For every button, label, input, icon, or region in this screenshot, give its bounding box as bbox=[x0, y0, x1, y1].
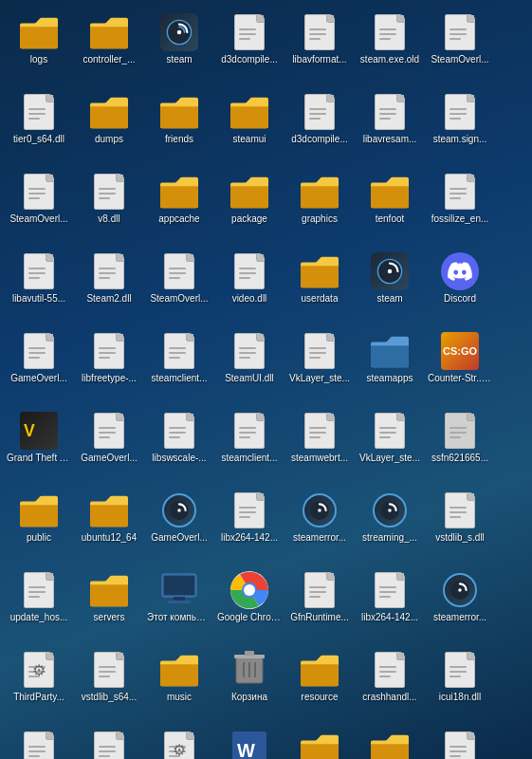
icon-vstdlib-s64[interactable]: vstdlib_s64... bbox=[75, 647, 143, 723]
icon-steamapps[interactable]: steamapps bbox=[356, 328, 424, 404]
icon-gta5[interactable]: VGrand Theft Auto V bbox=[5, 408, 73, 484]
icon-steamclient2[interactable]: steamclient... bbox=[215, 408, 284, 484]
icon-steamui[interactable]: steamui bbox=[215, 89, 284, 165]
icon-libswscale[interactable]: libswscale-... bbox=[145, 408, 213, 484]
icon-vstdlib-s[interactable]: vstdlib_s.dll bbox=[426, 488, 494, 564]
icon-fossilize-en[interactable]: fossilize_en... bbox=[426, 169, 494, 245]
icon-tier0-s64[interactable]: tier0_s64.dll bbox=[5, 89, 73, 165]
icon-trash[interactable]: Корзина bbox=[215, 647, 284, 723]
icon-d3dcompile1[interactable]: d3dcompile... bbox=[215, 9, 284, 85]
icon-steamerror2[interactable]: steamerror... bbox=[426, 567, 494, 643]
icon-steam-exe-old[interactable]: steam.exe.old bbox=[356, 9, 424, 85]
icon-icui18n[interactable]: icui18n.dll bbox=[426, 647, 494, 723]
icon-music[interactable]: music bbox=[145, 647, 213, 723]
icon-skins[interactable]: skins bbox=[356, 727, 424, 759]
icon-libavformat[interactable]: libavformat... bbox=[285, 9, 354, 85]
icon-libx264-1[interactable]: libx264-142... bbox=[215, 488, 284, 564]
svg-text:V: V bbox=[24, 421, 35, 440]
icon-dumps[interactable]: dumps bbox=[75, 89, 143, 165]
icon-label-servers: servers bbox=[94, 612, 125, 623]
icon-label-steamclient1: steamclient... bbox=[152, 373, 208, 384]
icon-openvr-epi[interactable]: openvr_epi... bbox=[5, 727, 73, 759]
icon-logs[interactable]: logs bbox=[5, 9, 73, 85]
icon-controller[interactable]: controller_... bbox=[75, 9, 143, 85]
icon-vklayer1[interactable]: VkLayer_ste... bbox=[285, 328, 354, 404]
icon-gfnruntime[interactable]: GfnRuntime... bbox=[285, 567, 354, 643]
icon-label-libavformat: libavformat... bbox=[292, 54, 346, 65]
icon-crashhandl1[interactable]: crashhandl... bbox=[356, 647, 424, 723]
icon-label-vstdlib-s: vstdlib_s.dll bbox=[435, 532, 485, 544]
icon-libfreetype[interactable]: libfreetype-... bbox=[75, 328, 143, 404]
icon-chrome[interactable]: Google Chrome bbox=[215, 567, 284, 643]
icon-gameover3[interactable]: GameOverl... bbox=[145, 488, 213, 564]
icon-label-steamoverl3: SteamOverl... bbox=[150, 293, 208, 305]
icon-steamoverl2[interactable]: SteamOverl... bbox=[5, 169, 73, 245]
icon-csgo[interactable]: CS:GOCounter-Str... Global Offe... bbox=[426, 328, 494, 404]
icon-label-steam-sign: steam.sign... bbox=[433, 134, 487, 145]
icon-v8dll[interactable]: v8.dll bbox=[75, 169, 143, 245]
icon-steam2dll[interactable]: Steam2.dll bbox=[75, 249, 143, 324]
icon-update-hos[interactable]: update_hos... bbox=[5, 567, 73, 643]
icon-label-vstdlib-s64: vstdlib_s64... bbox=[82, 692, 137, 703]
icon-steamui-dll[interactable]: SteamUI.dll bbox=[215, 328, 284, 404]
icon-resource[interactable]: resource bbox=[285, 647, 354, 723]
icon-label-steamoverl2: SteamOverl... bbox=[9, 213, 67, 225]
icon-thirdparty2[interactable]: ⚙ThirdParty... bbox=[145, 727, 213, 759]
icon-libx264-2[interactable]: libx264-142... bbox=[356, 567, 424, 643]
icon-tenfoot[interactable]: tenfoot bbox=[356, 169, 424, 245]
icon-writemini[interactable]: WWriteMini... bbox=[215, 727, 284, 759]
icon-ssfn[interactable]: ssfn621665... bbox=[426, 408, 494, 484]
icon-label-tier0-s64: tier0_s64.dll bbox=[13, 134, 64, 145]
icon-public[interactable]: public bbox=[5, 488, 73, 564]
icon-d3dcompile2[interactable]: d3dcompile... bbox=[285, 89, 354, 165]
icon-servers[interactable]: servers bbox=[75, 567, 143, 643]
icon-label-steamerror1: steamerror... bbox=[293, 532, 346, 544]
icon-steamerror1[interactable]: steamerror... bbox=[285, 488, 354, 564]
icon-package[interactable]: package bbox=[215, 169, 284, 245]
icon-label-gameover2: GameOverl... bbox=[81, 453, 137, 464]
icon-label-package: package bbox=[231, 213, 267, 225]
icon-steam-app[interactable]: steam bbox=[356, 249, 424, 324]
icon-steam-exe[interactable]: steam bbox=[145, 9, 213, 85]
icon-steamclient1[interactable]: steamclient... bbox=[145, 328, 213, 404]
icon-bin[interactable]: bin bbox=[285, 727, 354, 759]
icon-label-steamclient2: steamclient... bbox=[222, 453, 278, 464]
icon-ubuntu12[interactable]: ubuntu12_64 bbox=[75, 488, 143, 564]
icon-label-update-hos: update_hos... bbox=[10, 612, 68, 623]
icon-friends[interactable]: friends bbox=[145, 89, 213, 165]
icon-steamfoss1[interactable]: SteamFossi... bbox=[75, 727, 143, 759]
icon-userdata[interactable]: userdata bbox=[285, 249, 354, 324]
icon-libavutil[interactable]: libavutil-55... bbox=[5, 249, 73, 324]
icon-steamoverl3[interactable]: SteamOverl... bbox=[145, 249, 213, 324]
icon-streaming[interactable]: streaming_... bbox=[356, 488, 424, 564]
icon-label-icui18n: icui18n.dll bbox=[439, 692, 481, 703]
icon-thirdparty1[interactable]: ⚙ThirdParty... bbox=[5, 647, 73, 723]
icon-label-steam-exe: steam bbox=[166, 54, 192, 65]
icon-steamwebrt[interactable]: steamwebrt... bbox=[285, 408, 354, 484]
icon-graphics[interactable]: graphics bbox=[285, 169, 354, 245]
svg-point-17 bbox=[244, 584, 255, 596]
icon-crashhandl2[interactable]: crashhandl... bbox=[426, 727, 494, 759]
icon-this-computer[interactable]: Этот компьютер bbox=[145, 567, 213, 643]
icon-label-dumps: dumps bbox=[95, 134, 123, 145]
icon-appcache[interactable]: appcache bbox=[145, 169, 213, 245]
svg-point-1 bbox=[177, 30, 181, 34]
icon-label-crashhandl1: crashhandl... bbox=[362, 692, 416, 703]
icon-gameover2[interactable]: GameOverl... bbox=[75, 408, 143, 484]
svg-rect-22 bbox=[245, 651, 254, 656]
icon-libavresam[interactable]: libavresam... bbox=[356, 89, 424, 165]
icon-label-appcache: appcache bbox=[158, 213, 199, 225]
icon-vklayer2[interactable]: VkLayer_ste... bbox=[356, 408, 424, 484]
icon-label-streaming: streaming_... bbox=[362, 532, 417, 544]
icon-discord-app[interactable]: Discord bbox=[426, 249, 494, 324]
icon-steam-sign[interactable]: steam.sign... bbox=[426, 89, 494, 165]
icon-videodll[interactable]: video.dll bbox=[215, 249, 284, 324]
icon-label-libx264-1: libx264-142... bbox=[221, 532, 278, 544]
icon-label-libswscale: libswscale-... bbox=[152, 453, 206, 464]
icon-label-libavresam: libavresam... bbox=[363, 134, 417, 145]
icon-label-steam-app: steam bbox=[376, 293, 402, 305]
icon-label-steamoverl1: SteamOverl... bbox=[431, 54, 488, 65]
icon-gameover1[interactable]: GameOverl... bbox=[5, 328, 73, 404]
icon-steamoverl1[interactable]: SteamOverl... bbox=[426, 9, 494, 85]
icon-label-thirdparty1: ThirdParty... bbox=[13, 692, 64, 703]
